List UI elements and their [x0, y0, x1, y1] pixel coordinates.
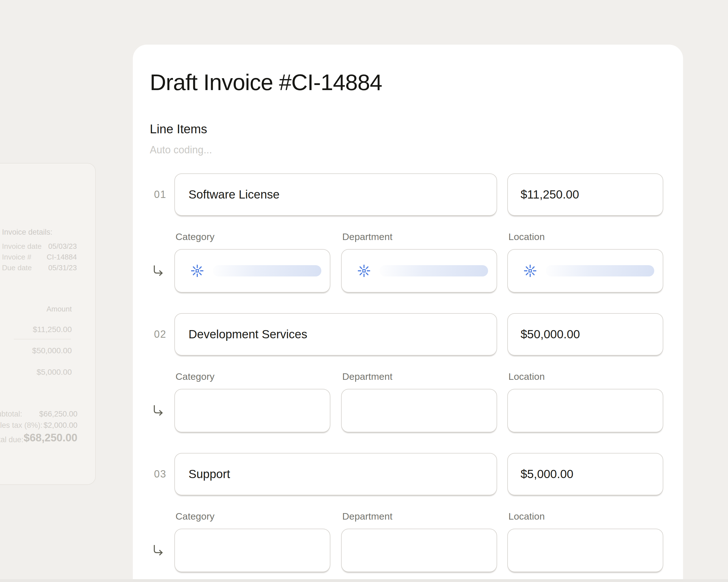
item-amount-input[interactable]: $5,000.00: [507, 453, 663, 495]
item-amount-text: $11,250.00: [521, 188, 579, 201]
invoice-details-heading: Invoice details:: [2, 228, 53, 237]
item-name-text: Software License: [188, 188, 280, 201]
line-items-list: 01 Software License $11,250.00 Category …: [133, 173, 683, 572]
item-name-input[interactable]: Software License: [174, 173, 497, 216]
amount-column-header: Amount: [24, 305, 72, 313]
item-name-text: Support: [188, 467, 230, 481]
location-input[interactable]: [507, 529, 663, 572]
invoice-date-value: 05/03/23: [32, 242, 77, 251]
department-label: Department: [341, 511, 497, 522]
line-item-number: 01: [154, 189, 166, 200]
item-amount-text: $50,000.00: [521, 328, 580, 341]
category-label: Category: [174, 511, 330, 522]
subtotal-value: $66,250.00: [24, 410, 77, 418]
loading-shimmer-bar: [380, 265, 488, 276]
category-label: Category: [174, 371, 330, 382]
location-label: Location: [507, 371, 663, 382]
loading-shimmer-bar: [213, 265, 321, 276]
page-bottom-edge: [0, 579, 728, 582]
sparkle-spinner-icon: [524, 264, 537, 277]
app-background: Invoice details: Invoice date 05/03/23 I…: [0, 0, 728, 582]
item-name-input[interactable]: Support: [174, 453, 497, 495]
department-input[interactable]: [341, 529, 497, 572]
subtotal-label: Subtotal:: [0, 410, 22, 418]
location-input[interactable]: [507, 389, 663, 432]
item-amount-text: $5,000.00: [521, 467, 573, 481]
due-date-value: 05/31/23: [32, 264, 77, 272]
corner-down-right-arrow-icon: [152, 265, 164, 277]
location-label: Location: [507, 231, 663, 242]
department-label: Department: [341, 371, 497, 382]
auto-coding-status: Auto coding...: [150, 144, 683, 156]
preview-amount-3: $5,000.00: [17, 368, 72, 377]
invoice-number-value: CI-14884: [32, 253, 77, 261]
corner-down-right-arrow-icon: [152, 545, 164, 556]
category-input[interactable]: [174, 529, 330, 572]
item-name-input[interactable]: Development Services: [174, 313, 497, 356]
category-input[interactable]: [174, 249, 330, 293]
preview-amount-1: $11,250.00: [17, 325, 72, 334]
line-item-row: 02 Development Services $50,000.00 Categ…: [133, 313, 683, 432]
line-item-number: 02: [154, 328, 166, 340]
item-amount-input[interactable]: $50,000.00: [507, 313, 663, 356]
invoice-preview-card: Invoice details: Invoice date 05/03/23 I…: [0, 163, 96, 485]
item-amount-input[interactable]: $11,250.00: [507, 173, 663, 216]
sales-tax-value: $2,000.00: [24, 421, 77, 430]
draft-invoice-card: Draft Invoice #CI-14884 Line Items Auto …: [133, 45, 683, 582]
item-name-text: Development Services: [188, 328, 307, 341]
line-item-row: 01 Software License $11,250.00 Category …: [133, 173, 683, 293]
category-label: Category: [174, 231, 330, 242]
sparkle-spinner-icon: [191, 264, 204, 277]
department-label: Department: [341, 231, 497, 242]
due-date-label: Due date: [2, 264, 32, 272]
line-item-row: 03 Support $5,000.00 Category Department…: [133, 453, 683, 572]
page-title: Draft Invoice #CI-14884: [150, 69, 683, 96]
department-input[interactable]: [341, 389, 497, 432]
line-item-number: 03: [154, 468, 166, 480]
preview-amount-2: $50,000.00: [17, 346, 72, 355]
corner-down-right-arrow-icon: [152, 405, 164, 417]
location-input[interactable]: [507, 249, 663, 293]
total-due-value: $68,250.00: [15, 432, 77, 444]
location-label: Location: [507, 511, 663, 522]
line-items-heading: Line Items: [150, 122, 683, 136]
category-input[interactable]: [174, 389, 330, 432]
sparkle-spinner-icon: [358, 264, 370, 277]
preview-divider: [14, 339, 71, 339]
loading-shimmer-bar: [546, 265, 654, 276]
department-input[interactable]: [341, 249, 497, 293]
invoice-number-label: Invoice #: [2, 253, 31, 261]
